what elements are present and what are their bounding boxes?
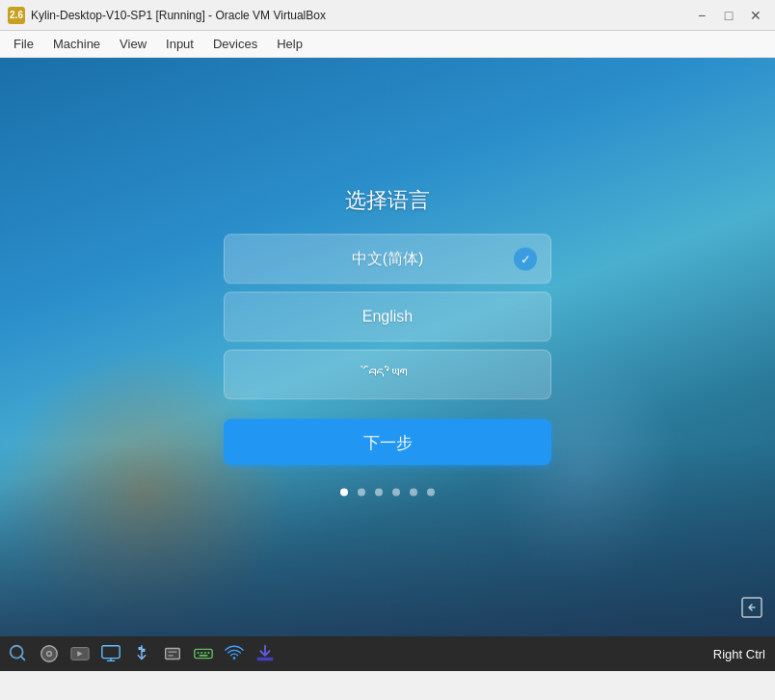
taskbar: Right Ctrl <box>0 636 775 671</box>
menu-help[interactable]: Help <box>267 33 312 55</box>
svg-point-16 <box>233 657 236 660</box>
svg-rect-17 <box>257 658 274 661</box>
title-bar: 2.6 Kylin-Desktop-V10-SP1 [Running] - Or… <box>0 0 775 31</box>
menu-input[interactable]: Input <box>156 33 203 55</box>
language-label-chinese: 中文(简体) <box>352 249 424 269</box>
taskbar-search-icon[interactable] <box>4 639 33 668</box>
taskbar-cd-icon[interactable] <box>35 639 64 668</box>
dot-4 <box>392 489 400 497</box>
language-option-tibetan[interactable]: བོད་ཡིག <box>224 350 551 400</box>
dot-3 <box>375 489 383 497</box>
dialog-title: 选择语言 <box>345 186 430 215</box>
svg-rect-11 <box>198 652 200 654</box>
svg-rect-12 <box>200 652 202 654</box>
menu-machine[interactable]: Machine <box>43 33 110 55</box>
menu-bar: File Machine View Input Devices Help <box>0 31 775 58</box>
window-controls: − □ ✕ <box>690 6 767 25</box>
maximize-button[interactable]: □ <box>717 6 740 25</box>
svg-rect-15 <box>199 655 207 657</box>
language-label-tibetan: བོད་ཡིག <box>368 366 407 384</box>
menu-devices[interactable]: Devices <box>203 33 267 55</box>
window-title: Kylin-Desktop-V10-SP1 [Running] - Oracle… <box>31 9 690 22</box>
svg-rect-10 <box>195 649 212 658</box>
app-icon-label: 2.6 <box>10 10 23 20</box>
right-ctrl-label: Right Ctrl <box>713 647 771 661</box>
taskbar-network-icon[interactable] <box>220 639 249 668</box>
dot-1 <box>340 489 348 497</box>
svg-rect-6 <box>102 646 120 659</box>
taskbar-keyboard-icon[interactable] <box>189 639 218 668</box>
language-dialog: 选择语言 中文(简体) ✓ English བོད་ཡིག 下一步 <box>224 186 551 497</box>
menu-file[interactable]: File <box>4 33 43 55</box>
dot-2 <box>358 489 365 497</box>
dot-5 <box>410 489 417 497</box>
menu-view[interactable]: View <box>110 33 156 55</box>
pagination-dots <box>340 489 435 497</box>
language-list: 中文(简体) ✓ English བོད་ཡིག <box>224 234 551 400</box>
taskbar-usb-icon[interactable] <box>127 639 156 668</box>
exit-capture-icon[interactable] <box>740 596 763 625</box>
svg-rect-13 <box>204 652 206 654</box>
taskbar-video-icon[interactable] <box>66 639 94 668</box>
svg-point-4 <box>48 653 50 655</box>
app-icon: 2.6 <box>8 7 25 24</box>
taskbar-monitor-icon[interactable] <box>96 639 125 668</box>
svg-rect-9 <box>168 655 174 657</box>
minimize-button[interactable]: − <box>690 6 713 25</box>
svg-rect-7 <box>166 649 180 660</box>
svg-rect-14 <box>208 652 210 654</box>
next-button[interactable]: 下一步 <box>224 419 551 466</box>
dot-6 <box>427 489 435 497</box>
vm-display: 选择语言 中文(简体) ✓ English བོད་ཡིག 下一步 <box>0 58 775 636</box>
language-label-english: English <box>362 309 413 326</box>
taskbar-storage-icon[interactable] <box>158 639 187 668</box>
language-option-chinese[interactable]: 中文(简体) ✓ <box>224 234 551 284</box>
svg-rect-8 <box>168 651 176 653</box>
language-option-english[interactable]: English <box>224 292 551 342</box>
taskbar-download-icon[interactable] <box>251 639 280 668</box>
close-button[interactable]: ✕ <box>744 6 767 25</box>
check-icon: ✓ <box>514 248 537 271</box>
